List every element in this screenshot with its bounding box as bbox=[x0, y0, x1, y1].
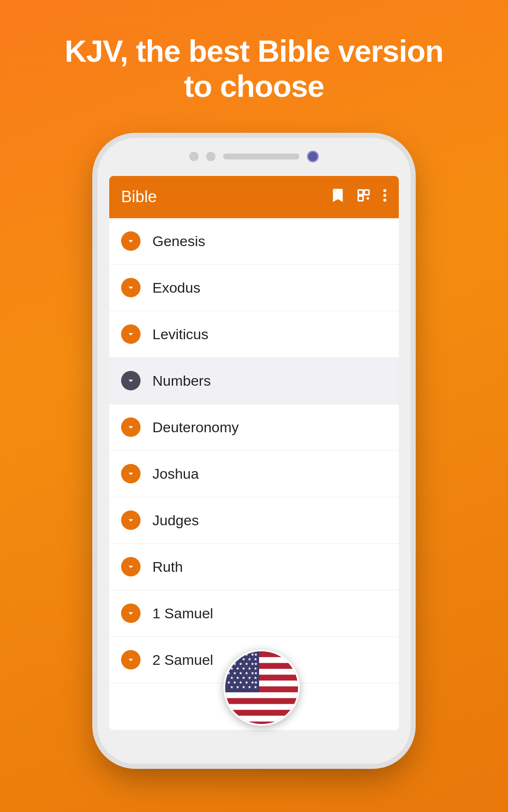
svg-text:★: ★ bbox=[227, 671, 231, 675]
book-name: Leviticus bbox=[152, 326, 208, 343]
svg-text:★: ★ bbox=[245, 680, 248, 685]
svg-text:★: ★ bbox=[254, 675, 257, 680]
bookmark-icon[interactable] bbox=[331, 188, 345, 206]
chevron-down-icon bbox=[121, 278, 141, 297]
book-name: Genesis bbox=[152, 233, 205, 250]
chevron-down-icon bbox=[121, 464, 141, 483]
toolbar-icons bbox=[331, 188, 387, 206]
list-item[interactable]: Leviticus bbox=[109, 311, 399, 358]
book-name: Deuteronomy bbox=[152, 419, 239, 436]
svg-text:★: ★ bbox=[239, 680, 243, 685]
us-flag-overlay: ★★★★★★ ★★★★★ ★★★★★★ ★★★★★ ★★★★★★ ★★★★★ ★… bbox=[224, 650, 300, 726]
svg-text:★: ★ bbox=[233, 671, 237, 675]
svg-text:★: ★ bbox=[242, 685, 246, 689]
more-icon[interactable] bbox=[383, 188, 387, 206]
list-item[interactable]: Joshua bbox=[109, 451, 399, 497]
list-item[interactable]: Numbers bbox=[109, 358, 399, 404]
svg-text:★: ★ bbox=[239, 671, 243, 675]
svg-point-4 bbox=[383, 194, 386, 197]
book-name: Exodus bbox=[152, 280, 200, 296]
svg-rect-1 bbox=[364, 190, 369, 195]
list-item[interactable]: Deuteronomy bbox=[109, 404, 399, 451]
svg-text:★: ★ bbox=[242, 657, 246, 661]
svg-text:★: ★ bbox=[242, 666, 246, 671]
svg-text:★: ★ bbox=[248, 657, 251, 661]
phone-speaker bbox=[223, 154, 299, 159]
svg-text:★: ★ bbox=[233, 661, 237, 666]
svg-rect-0 bbox=[358, 190, 363, 195]
app-title: Bible bbox=[121, 188, 331, 206]
book-name: 2 Samuel bbox=[152, 652, 213, 668]
svg-text:★: ★ bbox=[254, 661, 258, 666]
list-item[interactable]: Judges bbox=[109, 497, 399, 544]
chevron-down-icon bbox=[121, 557, 141, 576]
chevron-down-icon bbox=[121, 324, 141, 344]
svg-text:★: ★ bbox=[248, 675, 251, 680]
chevron-down-icon bbox=[121, 417, 141, 437]
share-icon[interactable] bbox=[356, 188, 371, 206]
svg-text:★: ★ bbox=[236, 675, 240, 680]
chevron-down-icon bbox=[121, 510, 141, 530]
us-flag: ★★★★★★ ★★★★★ ★★★★★★ ★★★★★ ★★★★★★ ★★★★★ ★… bbox=[225, 651, 300, 726]
svg-text:★: ★ bbox=[245, 661, 248, 666]
svg-text:★: ★ bbox=[248, 685, 251, 689]
chevron-down-icon bbox=[121, 231, 141, 251]
app-toolbar: Bible bbox=[109, 176, 399, 218]
svg-text:★: ★ bbox=[254, 685, 257, 689]
phone-screen: Bible bbox=[109, 176, 399, 730]
svg-text:★: ★ bbox=[227, 680, 231, 685]
book-name: Numbers bbox=[152, 373, 211, 389]
list-item[interactable]: Ruth bbox=[109, 544, 399, 590]
svg-text:★: ★ bbox=[239, 661, 243, 666]
svg-text:★: ★ bbox=[230, 675, 234, 680]
headline-line2: to choose bbox=[184, 69, 324, 103]
svg-rect-2 bbox=[358, 196, 363, 200]
phone-camera bbox=[307, 151, 319, 162]
book-name: Judges bbox=[152, 512, 199, 529]
svg-text:★: ★ bbox=[236, 685, 240, 689]
list-item[interactable]: Genesis bbox=[109, 218, 399, 265]
svg-text:★: ★ bbox=[254, 680, 258, 685]
chevron-down-icon bbox=[121, 650, 141, 669]
chevron-down-icon bbox=[121, 604, 141, 623]
book-name: Joshua bbox=[152, 466, 199, 482]
svg-text:★: ★ bbox=[254, 666, 257, 671]
svg-text:★: ★ bbox=[245, 652, 248, 657]
phone-top-bar bbox=[189, 151, 319, 162]
phone-dot-2 bbox=[206, 152, 215, 161]
phone-dot-1 bbox=[189, 152, 199, 161]
headline-text: KJV, the best Bible version to choose bbox=[31, 34, 478, 104]
svg-text:★: ★ bbox=[245, 671, 248, 675]
book-name: Ruth bbox=[152, 559, 183, 575]
svg-text:★: ★ bbox=[230, 666, 234, 671]
svg-text:★: ★ bbox=[242, 675, 246, 680]
svg-text:★: ★ bbox=[248, 666, 251, 671]
svg-point-3 bbox=[383, 189, 386, 192]
headline-line1: KJV, the best Bible version bbox=[65, 34, 444, 68]
list-item[interactable]: 1 Samuel bbox=[109, 590, 399, 637]
book-name: 1 Samuel bbox=[152, 605, 213, 622]
svg-text:★: ★ bbox=[254, 671, 258, 675]
svg-text:★: ★ bbox=[236, 666, 240, 671]
svg-rect-11 bbox=[225, 704, 300, 710]
svg-rect-10 bbox=[225, 692, 300, 698]
svg-point-5 bbox=[383, 198, 386, 201]
svg-text:★: ★ bbox=[254, 657, 257, 661]
svg-text:★: ★ bbox=[230, 685, 234, 689]
chevron-down-icon bbox=[121, 371, 141, 390]
svg-text:★: ★ bbox=[254, 652, 258, 657]
phone-device: Bible bbox=[97, 138, 411, 764]
list-item[interactable]: Exodus bbox=[109, 265, 399, 311]
svg-text:★: ★ bbox=[233, 680, 237, 685]
